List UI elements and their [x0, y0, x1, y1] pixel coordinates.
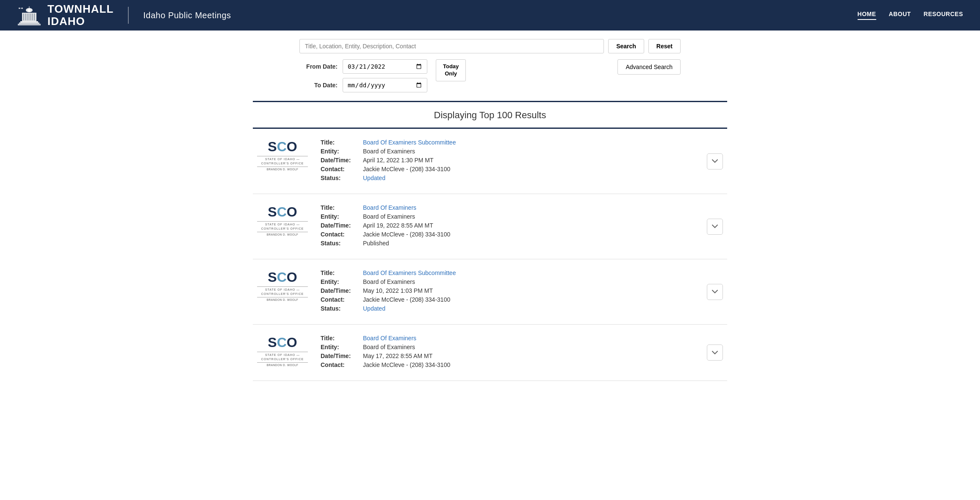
status-row: Status: Updated: [321, 305, 694, 312]
nav-about[interactable]: ABOUT: [889, 11, 911, 20]
search-area: Search Reset From Date: To Date: TodayOn…: [236, 31, 744, 389]
datetime-row: Date/Time: April 12, 2022 1:30 PM MT: [321, 157, 694, 164]
entity-row: Entity: Board of Examiners: [321, 213, 694, 220]
sco-name: BRANDON D. WOOLF: [267, 298, 298, 301]
title-link[interactable]: Board Of Examiners: [363, 335, 416, 342]
contact-value: Jackie McCleve - (208) 334-3100: [363, 361, 450, 368]
datetime-label: Date/Time:: [321, 287, 363, 294]
search-input[interactable]: [299, 39, 604, 53]
sco-letters: SCO: [268, 269, 297, 285]
sco-subtitle: STATE OF IDAHO —CONTROLLER'S OFFICE: [257, 352, 308, 363]
logo-area: TOWNHALL IDAHO Idaho Public Meetings: [17, 3, 858, 27]
header: TOWNHALL IDAHO Idaho Public Meetings HOM…: [0, 0, 980, 31]
entity-value: Board of Examiners: [363, 344, 415, 350]
datetime-value: May 10, 2022 1:03 PM MT: [363, 287, 433, 294]
sco-logo: SCO STATE OF IDAHO —CONTROLLER'S OFFICE …: [257, 139, 308, 171]
svg-rect-15: [18, 24, 41, 25]
title-link[interactable]: Board Of Examiners Subcommittee: [363, 139, 456, 146]
title-label: Title:: [321, 139, 363, 146]
datetime-value: May 17, 2022 8:55 AM MT: [363, 353, 432, 359]
status-row: Status: Updated: [321, 175, 694, 181]
from-date-input[interactable]: [343, 59, 427, 74]
status-row: Status: Published: [321, 240, 694, 247]
svg-rect-8: [25, 14, 26, 20]
result-card: SCO STATE OF IDAHO —CONTROLLER'S OFFICE …: [253, 325, 727, 381]
expand-button[interactable]: [707, 284, 723, 300]
entity-label: Entity:: [321, 213, 363, 220]
title-row: Title: Board Of Examiners Subcommittee: [321, 269, 694, 276]
sco-logo: SCO STATE OF IDAHO —CONTROLLER'S OFFICE …: [257, 335, 308, 367]
title-label: Title:: [321, 335, 363, 342]
svg-rect-1: [19, 8, 20, 9]
title-row: Title: Board Of Examiners: [321, 204, 694, 211]
contact-row: Contact: Jackie McCleve - (208) 334-3100: [321, 296, 694, 303]
datetime-row: Date/Time: May 10, 2022 1:03 PM MT: [321, 287, 694, 294]
contact-row: Contact: Jackie McCleve - (208) 334-3100: [321, 231, 694, 238]
datetime-row: Date/Time: May 17, 2022 8:55 AM MT: [321, 353, 694, 359]
svg-rect-14: [19, 22, 39, 24]
entity-row: Entity: Board of Examiners: [321, 148, 694, 155]
site-title: Idaho Public Meetings: [143, 11, 231, 20]
contact-value: Jackie McCleve - (208) 334-3100: [363, 296, 450, 303]
sco-logo: SCO STATE OF IDAHO —CONTROLLER'S OFFICE …: [257, 204, 308, 236]
sco-logo: SCO STATE OF IDAHO —CONTROLLER'S OFFICE …: [257, 269, 308, 301]
title-link[interactable]: Board Of Examiners Subcommittee: [363, 269, 456, 276]
expand-button[interactable]: [707, 344, 723, 361]
results-title: Displaying Top 100 Results: [253, 102, 727, 128]
chevron-down-icon: [712, 225, 718, 228]
page-container: Search Reset From Date: To Date: TodayOn…: [0, 31, 980, 500]
result-logo: SCO STATE OF IDAHO —CONTROLLER'S OFFICE …: [257, 204, 308, 236]
result-details: Title: Board Of Examiners Subcommittee E…: [321, 269, 694, 314]
today-only-button[interactable]: TodayOnly: [436, 59, 466, 81]
svg-rect-11: [32, 14, 33, 20]
title-row: Title: Board Of Examiners Subcommittee: [321, 139, 694, 146]
expand-button[interactable]: [707, 219, 723, 235]
datetime-label: Date/Time:: [321, 222, 363, 229]
title-link[interactable]: Board Of Examiners: [363, 204, 416, 211]
svg-rect-13: [20, 21, 38, 22]
chevron-down-icon: [712, 159, 718, 163]
to-date-input[interactable]: [343, 78, 427, 92]
nav-resources[interactable]: RESOURCES: [924, 11, 963, 20]
datetime-row: Date/Time: April 19, 2022 8:55 AM MT: [321, 222, 694, 229]
result-card: SCO STATE OF IDAHO —CONTROLLER'S OFFICE …: [253, 129, 727, 194]
svg-rect-12: [34, 14, 35, 20]
entity-value: Board of Examiners: [363, 148, 415, 155]
result-card: SCO STATE OF IDAHO —CONTROLLER'S OFFICE …: [253, 194, 727, 259]
sco-letters: SCO: [268, 335, 297, 350]
contact-value: Jackie McCleve - (208) 334-3100: [363, 166, 450, 172]
capitol-icon: [17, 4, 42, 26]
chevron-down-icon: [712, 290, 718, 294]
entity-row: Entity: Board of Examiners: [321, 344, 694, 350]
result-details: Title: Board Of Examiners Subcommittee E…: [321, 139, 694, 183]
result-logo: SCO STATE OF IDAHO —CONTROLLER'S OFFICE …: [257, 139, 308, 171]
svg-rect-9: [28, 14, 28, 20]
logo-text: TOWNHALL IDAHO: [47, 3, 114, 27]
sco-name: BRANDON D. WOOLF: [267, 168, 298, 171]
search-button[interactable]: Search: [608, 39, 644, 53]
result-details: Title: Board Of Examiners Entity: Board …: [321, 204, 694, 249]
contact-row: Contact: Jackie McCleve - (208) 334-3100: [321, 361, 694, 368]
expand-button[interactable]: [707, 153, 723, 169]
sco-subtitle: STATE OF IDAHO —CONTROLLER'S OFFICE: [257, 286, 308, 297]
svg-rect-2: [21, 8, 23, 9]
status-value: Updated: [363, 305, 385, 312]
sco-letters: SCO: [268, 204, 297, 220]
result-logo: SCO STATE OF IDAHO —CONTROLLER'S OFFICE …: [257, 269, 308, 301]
contact-label: Contact:: [321, 166, 363, 172]
entity-value: Board of Examiners: [363, 213, 415, 220]
contact-label: Contact:: [321, 296, 363, 303]
status-label: Status:: [321, 240, 363, 247]
result-logo: SCO STATE OF IDAHO —CONTROLLER'S OFFICE …: [257, 335, 308, 367]
reset-button[interactable]: Reset: [648, 39, 681, 53]
to-date-row: To Date:: [299, 78, 427, 92]
sco-letters: SCO: [268, 139, 297, 155]
contact-label: Contact:: [321, 231, 363, 238]
svg-rect-7: [23, 14, 24, 20]
nav-home[interactable]: HOME: [858, 11, 876, 20]
datetime-value: April 19, 2022 8:55 AM MT: [363, 222, 433, 229]
sco-subtitle: STATE OF IDAHO —CONTROLLER'S OFFICE: [257, 221, 308, 232]
to-date-label: To Date:: [299, 82, 338, 89]
advanced-search-button[interactable]: Advanced Search: [617, 59, 681, 75]
contact-label: Contact:: [321, 361, 363, 368]
